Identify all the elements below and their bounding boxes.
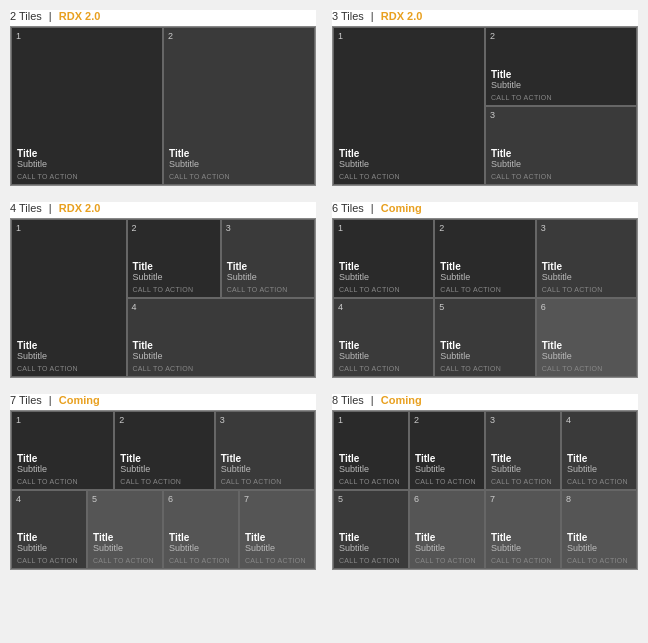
tile-6-2: 2 Title Subtitle CALL TO ACTION: [434, 219, 535, 298]
tile-title: Title: [567, 532, 631, 543]
tile-subtitle: Subtitle: [440, 351, 529, 361]
tile-cta: CALL TO ACTION: [169, 557, 233, 564]
tile-subtitle: Subtitle: [221, 464, 309, 474]
tile-title: Title: [415, 453, 479, 464]
tile-count-3: 3 Tiles: [332, 10, 364, 22]
tile-title: Title: [567, 453, 631, 464]
row-top-7: 1 Title Subtitle CALL TO ACTION 2 Title …: [11, 411, 315, 490]
row-bottom-7: 4 Title Subtitle CALL TO ACTION 5 Title …: [11, 490, 315, 569]
tile-grid-6: 1 Title Subtitle CALL TO ACTION 2 Title …: [332, 218, 638, 378]
tile-title: Title: [491, 69, 631, 80]
tile-cta: CALL TO ACTION: [169, 173, 309, 180]
tile-cta: CALL TO ACTION: [133, 286, 215, 293]
tile-number: 2: [439, 223, 444, 233]
tile-3-2: 2 Title Subtitle CALL TO ACTION: [485, 27, 637, 106]
tile-cta: CALL TO ACTION: [440, 286, 529, 293]
tile-2-1: 1 Title Subtitle CALL TO ACTION: [11, 27, 163, 185]
tile-cta: CALL TO ACTION: [17, 557, 81, 564]
row-bottom-4: 4 Title Subtitle CALL TO ACTION: [127, 298, 315, 377]
tile-title: Title: [120, 453, 208, 464]
section-header-4: 4 Tiles | RDX 2.0: [10, 202, 316, 214]
tile-number: 4: [338, 302, 343, 312]
tile-number: 1: [338, 31, 343, 41]
tile-subtitle: Subtitle: [133, 351, 309, 361]
tile-8-5: 5 Title Subtitle CALL TO ACTION: [333, 490, 409, 569]
tile-number: 4: [16, 494, 21, 504]
tile-subtitle: Subtitle: [169, 159, 309, 169]
tile-grid-2: 1 Title Subtitle CALL TO ACTION 2 Title …: [10, 26, 316, 186]
section-3-tiles: 3 Tiles | RDX 2.0 1 Title Subtitle CALL …: [332, 10, 638, 186]
tile-number: 2: [132, 223, 137, 233]
tile-title: Title: [491, 532, 555, 543]
section-4-tiles: 4 Tiles | RDX 2.0 1 Title Subtitle CALL …: [10, 202, 316, 378]
page: 2 Tiles | RDX 2.0 1 Title Subtitle CALL …: [0, 0, 648, 580]
row-bottom-6: 4 Title Subtitle CALL TO ACTION 5 Title …: [333, 298, 637, 377]
tile-cta: CALL TO ACTION: [133, 365, 309, 372]
tile-subtitle: Subtitle: [542, 351, 631, 361]
tile-subtitle: Subtitle: [17, 159, 157, 169]
tile-number: 1: [16, 31, 21, 41]
tile-6-4: 4 Title Subtitle CALL TO ACTION: [333, 298, 434, 377]
tile-cta: CALL TO ACTION: [17, 365, 121, 372]
tile-7-1: 1 Title Subtitle CALL TO ACTION: [11, 411, 114, 490]
tile-subtitle: Subtitle: [227, 272, 309, 282]
tile-number: 2: [490, 31, 495, 41]
tile-count-7: 7 Tiles: [10, 394, 42, 406]
tile-title: Title: [339, 453, 403, 464]
row-top-6: 1 Title Subtitle CALL TO ACTION 2 Title …: [333, 219, 637, 298]
tile-number: 2: [119, 415, 124, 425]
tile-cta: CALL TO ACTION: [542, 365, 631, 372]
tile-cta: CALL TO ACTION: [339, 557, 403, 564]
row-bottom-8: 5 Title Subtitle CALL TO ACTION 6 Title …: [333, 490, 637, 569]
tile-subtitle: Subtitle: [339, 159, 479, 169]
tile-4-2: 2 Title Subtitle CALL TO ACTION: [127, 219, 221, 298]
tile-cta: CALL TO ACTION: [339, 286, 428, 293]
tile-number: 7: [244, 494, 249, 504]
tile-title: Title: [93, 532, 157, 543]
tile-title: Title: [542, 261, 631, 272]
tile-subtitle: Subtitle: [339, 272, 428, 282]
tile-count-2: 2 Tiles: [10, 10, 42, 22]
tile-cta: CALL TO ACTION: [221, 478, 309, 485]
tile-subtitle: Subtitle: [339, 464, 403, 474]
tile-subtitle: Subtitle: [491, 464, 555, 474]
tile-cta: CALL TO ACTION: [415, 557, 479, 564]
tile-7-3: 3 Title Subtitle CALL TO ACTION: [215, 411, 315, 490]
coming-label-8: Coming: [381, 394, 422, 406]
tile-subtitle: Subtitle: [415, 464, 479, 474]
tile-8-3: 3 Title Subtitle CALL TO ACTION: [485, 411, 561, 490]
tile-number: 6: [168, 494, 173, 504]
tile-subtitle: Subtitle: [17, 543, 81, 553]
tile-subtitle: Subtitle: [491, 543, 555, 553]
tile-4-4: 4 Title Subtitle CALL TO ACTION: [127, 298, 315, 377]
tile-subtitle: Subtitle: [17, 464, 108, 474]
tile-cta: CALL TO ACTION: [415, 478, 479, 485]
tile-subtitle: Subtitle: [491, 159, 631, 169]
tile-7-7: 7 Title Subtitle CALL TO ACTION: [239, 490, 315, 569]
tile-8-2: 2 Title Subtitle CALL TO ACTION: [409, 411, 485, 490]
row-top-8: 1 Title Subtitle CALL TO ACTION 2 Title …: [333, 411, 637, 490]
tile-subtitle: Subtitle: [17, 351, 121, 361]
tile-title: Title: [440, 340, 529, 351]
tile-number: 2: [168, 31, 173, 41]
tile-6-1: 1 Title Subtitle CALL TO ACTION: [333, 219, 434, 298]
tile-number: 1: [338, 415, 343, 425]
tile-number: 2: [414, 415, 419, 425]
tile-3-1: 1 Title Subtitle CALL TO ACTION: [333, 27, 485, 185]
tile-number: 3: [541, 223, 546, 233]
tile-title: Title: [339, 148, 479, 159]
tile-subtitle: Subtitle: [120, 464, 208, 474]
section-header-8: 8 Tiles | Coming: [332, 394, 638, 406]
tile-subtitle: Subtitle: [339, 351, 428, 361]
tile-number: 3: [220, 415, 225, 425]
tile-title: Title: [169, 148, 309, 159]
tile-8-4: 4 Title Subtitle CALL TO ACTION: [561, 411, 637, 490]
section-header-7: 7 Tiles | Coming: [10, 394, 316, 406]
tile-7-6: 6 Title Subtitle CALL TO ACTION: [163, 490, 239, 569]
tile-subtitle: Subtitle: [339, 543, 403, 553]
tile-grid-7: 1 Title Subtitle CALL TO ACTION 2 Title …: [10, 410, 316, 570]
tile-grid-8: 1 Title Subtitle CALL TO ACTION 2 Title …: [332, 410, 638, 570]
tile-7-4: 4 Title Subtitle CALL TO ACTION: [11, 490, 87, 569]
tile-6-3: 3 Title Subtitle CALL TO ACTION: [536, 219, 637, 298]
section-header-2: 2 Tiles | RDX 2.0: [10, 10, 316, 22]
